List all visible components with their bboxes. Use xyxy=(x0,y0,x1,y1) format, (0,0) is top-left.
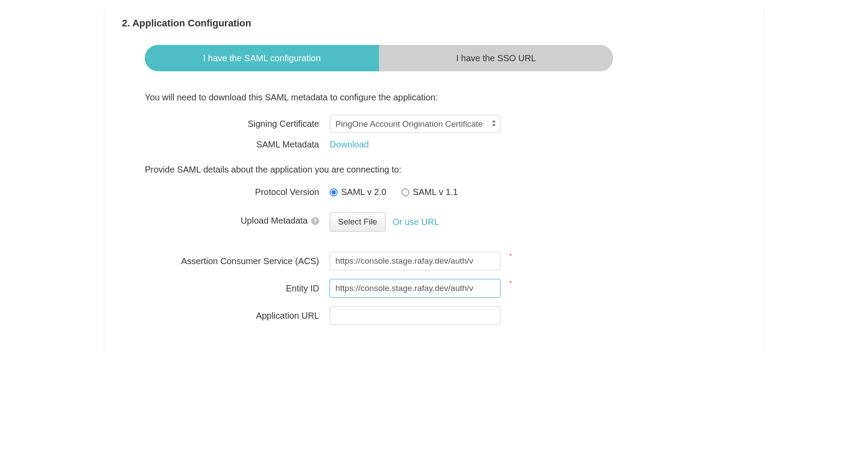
label-acs: Assertion Consumer Service (ACS) xyxy=(145,256,330,266)
help-icon[interactable]: ? xyxy=(311,217,319,225)
download-link[interactable]: Download xyxy=(330,140,369,150)
radio-saml-v2[interactable]: SAML v 2.0 xyxy=(330,187,386,197)
acs-input[interactable] xyxy=(330,252,500,270)
tab-sso-url[interactable]: I have the SSO URL xyxy=(379,45,613,71)
or-use-url-link[interactable]: Or use URL xyxy=(393,217,439,227)
application-url-input[interactable] xyxy=(330,306,500,325)
config-mode-tabs: I have the SAML configuration I have the… xyxy=(145,45,746,71)
radio-icon-checked xyxy=(330,188,338,196)
radio-label-saml-v11: SAML v 1.1 xyxy=(413,187,458,197)
instruction-download-metadata: You will need to download this SAML meta… xyxy=(145,92,746,103)
label-saml-metadata: SAML Metadata xyxy=(145,140,330,150)
label-application-url: Application URL xyxy=(145,311,330,321)
radio-label-saml-v2: SAML v 2.0 xyxy=(341,187,386,197)
row-upload-metadata: Upload Metadata ? Select File Or use URL xyxy=(145,212,746,232)
label-protocol-version: Protocol Version xyxy=(145,187,330,197)
row-acs: Assertion Consumer Service (ACS) * xyxy=(145,252,746,270)
row-signing-certificate: Signing Certificate PingOne Account Orig… xyxy=(145,115,746,132)
select-file-button[interactable]: Select File xyxy=(330,212,386,232)
radio-icon-unchecked xyxy=(401,188,409,196)
required-marker: * xyxy=(509,252,512,259)
row-entity-id: Entity ID * xyxy=(145,279,746,298)
section-heading: 2. Application Configuration xyxy=(122,18,746,29)
label-entity-id: Entity ID xyxy=(145,283,330,294)
label-upload-metadata: Upload Metadata xyxy=(241,216,308,226)
row-saml-metadata: SAML Metadata Download xyxy=(145,140,746,150)
entity-id-input[interactable] xyxy=(330,279,500,298)
label-signing-certificate: Signing Certificate xyxy=(145,119,330,129)
required-marker: * xyxy=(509,279,512,287)
row-protocol-version: Protocol Version SAML v 2.0 SAML v 1.1 xyxy=(145,187,746,197)
tab-saml-config[interactable]: I have the SAML configuration xyxy=(145,45,379,71)
select-signing-certificate[interactable]: PingOne Account Origination Certificate xyxy=(330,115,500,132)
row-application-url: Application URL xyxy=(145,306,746,325)
instruction-provide-details: Provide SAML details about the applicati… xyxy=(145,165,746,175)
radio-saml-v11[interactable]: SAML v 1.1 xyxy=(401,187,458,197)
